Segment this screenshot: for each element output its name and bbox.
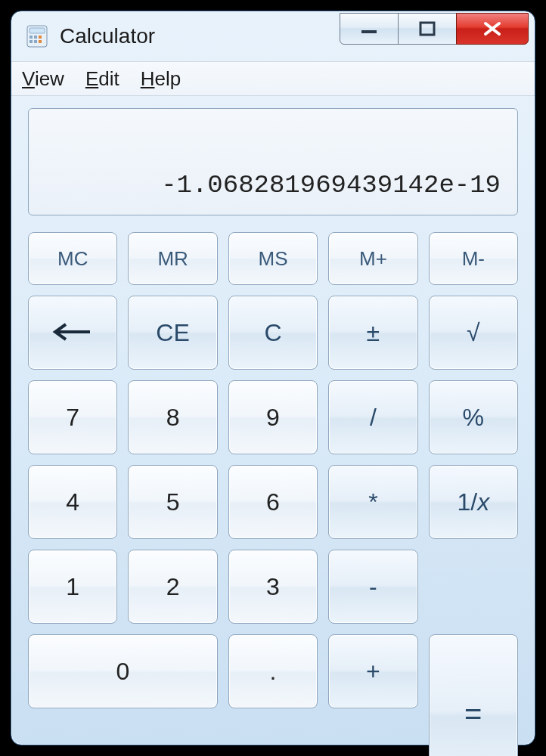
multiply-button[interactable]: * — [328, 465, 417, 539]
digit-6-button[interactable]: 6 — [228, 465, 318, 539]
digit-8-button[interactable]: 8 — [128, 380, 217, 454]
sqrt-button[interactable]: √ — [429, 296, 518, 370]
menu-edit[interactable]: Edit — [85, 67, 119, 91]
svg-rect-2 — [29, 36, 33, 39]
mminus-button[interactable]: M- — [429, 232, 518, 285]
plusminus-button[interactable]: ± — [328, 296, 417, 370]
client-area: -1.068281969439142e-19 MC MR MS M+ M- CE… — [11, 96, 535, 756]
ms-button[interactable]: MS — [228, 232, 318, 285]
ce-button[interactable]: CE — [128, 296, 217, 370]
mc-button[interactable]: MC — [28, 232, 117, 285]
svg-rect-8 — [361, 30, 377, 33]
percent-button[interactable]: % — [429, 380, 518, 454]
digit-2-button[interactable]: 2 — [128, 550, 217, 624]
close-button[interactable] — [456, 13, 529, 45]
menu-help[interactable]: Help — [141, 67, 181, 91]
svg-rect-6 — [34, 40, 37, 43]
digit-7-button[interactable]: 7 — [28, 380, 117, 454]
decimal-button[interactable]: . — [228, 634, 318, 708]
svg-rect-7 — [39, 40, 42, 43]
display: -1.068281969439142e-19 — [28, 108, 518, 215]
menu-view[interactable]: View — [22, 67, 64, 91]
backspace-button[interactable] — [28, 296, 117, 370]
digit-3-button[interactable]: 3 — [228, 550, 318, 624]
svg-rect-3 — [34, 36, 37, 39]
window-controls — [340, 13, 529, 46]
svg-rect-1 — [29, 28, 45, 33]
digit-0-button[interactable]: 0 — [28, 634, 218, 708]
titlebar: Calculator — [11, 11, 535, 61]
divide-button[interactable]: / — [328, 380, 417, 454]
keypad: MC MR MS M+ M- CE C ± √ 7 8 9 / % 4 5 — [28, 232, 518, 756]
digit-1-button[interactable]: 1 — [28, 550, 117, 624]
backspace-icon — [52, 319, 93, 347]
minus-button[interactable]: - — [328, 550, 417, 624]
maximize-button[interactable] — [398, 13, 457, 45]
mplus-button[interactable]: M+ — [328, 232, 417, 285]
svg-rect-4 — [39, 36, 42, 39]
digit-5-button[interactable]: 5 — [128, 465, 217, 539]
mr-button[interactable]: MR — [128, 232, 217, 285]
svg-rect-5 — [29, 40, 33, 43]
menubar: View Edit Help — [11, 61, 535, 96]
c-button[interactable]: C — [228, 296, 318, 370]
svg-rect-9 — [420, 23, 434, 35]
digit-9-button[interactable]: 9 — [228, 380, 318, 454]
calculator-window: Calculator View Edit Help -1.06828196943… — [11, 11, 535, 745]
minimize-button[interactable] — [340, 13, 399, 45]
equals-button[interactable]: = — [429, 634, 518, 756]
plus-button[interactable]: + — [328, 634, 417, 708]
calculator-icon — [25, 24, 49, 48]
digit-4-button[interactable]: 4 — [28, 465, 117, 539]
reciprocal-button[interactable]: 1/x — [429, 465, 518, 539]
